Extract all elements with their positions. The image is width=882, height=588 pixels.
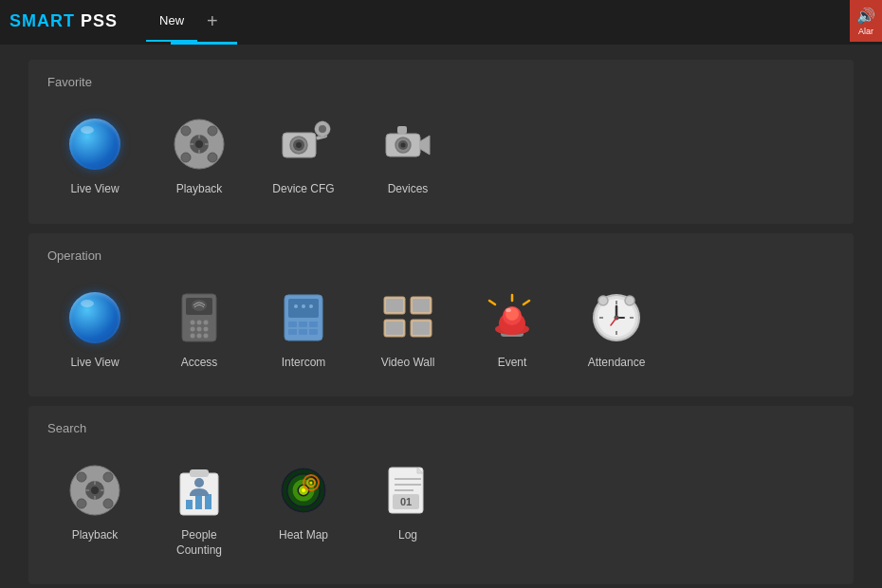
op-videowall-icon — [377, 287, 438, 348]
svg-point-84 — [77, 499, 86, 508]
op-access-item[interactable]: Access — [152, 280, 247, 378]
add-tab-button[interactable]: + — [197, 10, 228, 32]
tab-new-label: New — [159, 13, 184, 28]
alarm-button[interactable]: 🔊 Alar — [850, 0, 882, 42]
sr-peoplecounting-item[interactable]: People Counting — [152, 452, 247, 565]
sr-heatmap-icon — [273, 460, 334, 521]
op-videowall-label: Video Wall — [381, 356, 435, 371]
fav-playback-label: Playback — [176, 182, 223, 197]
fav-devices-label: Devices — [388, 182, 429, 197]
svg-point-82 — [77, 472, 86, 482]
svg-point-35 — [191, 333, 195, 338]
svg-point-33 — [197, 326, 202, 331]
sr-log-icon: 01 — [377, 460, 438, 521]
svg-point-3 — [181, 126, 191, 136]
main-content: Favorite Live View — [0, 45, 882, 588]
svg-point-85 — [103, 499, 113, 508]
svg-point-49 — [309, 304, 313, 308]
operation-title: Operation — [47, 248, 835, 263]
svg-point-101 — [302, 488, 305, 492]
op-liveview-label: Live View — [70, 356, 119, 371]
svg-point-32 — [191, 326, 195, 331]
svg-rect-56 — [386, 322, 403, 335]
op-event-item[interactable]: Event — [465, 280, 560, 378]
svg-point-29 — [191, 320, 195, 324]
svg-rect-92 — [186, 500, 193, 509]
svg-rect-26 — [397, 126, 407, 134]
logo-pss: PSS — [81, 11, 118, 30]
svg-point-17 — [319, 125, 326, 133]
op-attendance-icon — [586, 287, 647, 348]
op-liveview-icon — [64, 287, 125, 348]
svg-point-81 — [91, 487, 99, 494]
svg-point-5 — [181, 153, 191, 162]
op-access-label: Access — [181, 356, 218, 371]
op-attendance-label: Attendance — [588, 356, 646, 371]
svg-rect-55 — [413, 299, 430, 312]
sr-playback-item[interactable]: Playback — [47, 452, 142, 565]
svg-rect-43 — [309, 322, 318, 327]
sr-peoplecounting-label: People Counting — [157, 528, 241, 558]
fav-devicecfg-label: Device CFG — [272, 182, 334, 197]
svg-point-37 — [204, 333, 209, 338]
sr-heatmap-item[interactable]: Heat Map — [256, 452, 351, 565]
search-grid: Playback — [47, 452, 835, 565]
app-logo: SMART PSS — [9, 11, 118, 31]
fav-devicecfg-item[interactable]: Device CFG — [256, 106, 351, 205]
svg-point-104 — [310, 482, 313, 485]
svg-point-76 — [598, 296, 608, 305]
svg-point-36 — [197, 333, 202, 338]
search-section: Search — [28, 406, 854, 584]
svg-rect-18 — [321, 121, 324, 125]
topbar: SMART PSS New + 🔊 Alar — [0, 0, 882, 42]
svg-rect-91 — [190, 469, 209, 477]
svg-point-2 — [195, 140, 203, 148]
op-intercom-label: Intercom — [282, 356, 326, 371]
svg-line-65 — [524, 301, 529, 304]
operation-grid: Live View — [47, 280, 835, 378]
svg-point-83 — [103, 472, 113, 482]
op-attendance-item[interactable]: Attendance — [569, 280, 664, 378]
sr-log-item[interactable]: 01 Log — [360, 452, 455, 565]
sr-peoplecounting-icon — [169, 460, 230, 521]
svg-rect-42 — [299, 322, 307, 327]
svg-point-63 — [505, 308, 511, 312]
svg-point-14 — [296, 142, 302, 148]
svg-rect-45 — [299, 329, 307, 335]
op-intercom-item[interactable]: Intercom — [256, 280, 351, 378]
svg-point-47 — [294, 304, 298, 308]
sr-playback-icon — [64, 460, 125, 521]
svg-rect-19 — [321, 133, 324, 137]
sr-log-label: Log — [398, 528, 417, 543]
op-intercom-icon — [273, 287, 334, 348]
svg-rect-20 — [315, 127, 319, 131]
alarm-label: Alar — [858, 27, 873, 36]
svg-point-95 — [194, 478, 204, 487]
fav-playback-icon — [169, 114, 230, 175]
favorite-title: Favorite — [47, 75, 835, 89]
tab-new[interactable]: New — [146, 0, 197, 42]
fav-playback-item[interactable]: Playback — [152, 106, 247, 205]
logo-smart: SMART — [9, 11, 75, 30]
sr-playback-label: Playback — [72, 528, 119, 543]
svg-rect-46 — [309, 329, 318, 335]
search-title: Search — [47, 421, 835, 435]
favorite-section: Favorite Live View — [28, 60, 854, 224]
svg-rect-94 — [205, 494, 211, 509]
fav-devices-icon — [377, 114, 438, 175]
fav-liveview-item[interactable]: Live View — [47, 106, 142, 205]
svg-point-34 — [204, 326, 209, 331]
svg-rect-57 — [413, 322, 430, 335]
op-videowall-item[interactable]: Video Wall — [360, 280, 455, 378]
svg-rect-44 — [288, 329, 297, 335]
op-liveview-item[interactable]: Live View — [47, 280, 142, 378]
favorite-grid: Live View — [47, 106, 835, 205]
svg-point-77 — [625, 296, 634, 305]
sr-heatmap-label: Heat Map — [279, 528, 328, 543]
svg-rect-54 — [386, 299, 403, 312]
svg-point-6 — [208, 153, 217, 162]
op-access-icon — [169, 287, 230, 348]
fav-devices-item[interactable]: Devices — [360, 106, 455, 205]
svg-rect-21 — [326, 127, 330, 131]
op-event-icon — [482, 287, 542, 348]
